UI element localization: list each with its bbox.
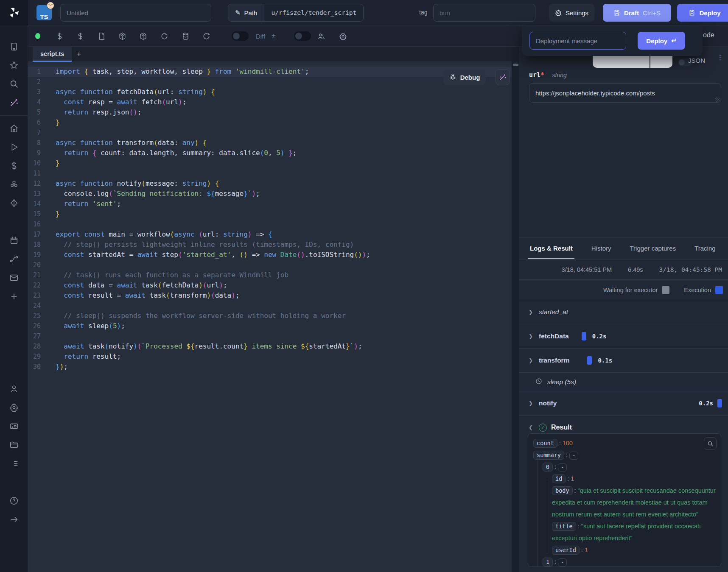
json-row-summary[interactable]: summary : - [533, 449, 716, 461]
workers-icon[interactable] [0, 417, 28, 435]
code-line[interactable]: 27 [28, 331, 512, 341]
code-line[interactable]: 4 const resp = await fetch(url); [28, 97, 512, 107]
home-icon[interactable] [0, 119, 28, 138]
variables-dollar-icon[interactable] [0, 156, 28, 175]
code-line[interactable]: 21 // task() runs each function as a sep… [28, 270, 512, 280]
code-line[interactable]: 3async function fetchData(url: string) { [28, 87, 512, 97]
search-icon[interactable] [0, 75, 28, 93]
code-line[interactable]: 28 await task(notify)(`Processed ${resul… [28, 341, 512, 352]
code-line[interactable]: 5 return resp.json(); [28, 107, 512, 117]
json-row-title[interactable]: title : "sunt aut facere repellat provid… [533, 520, 716, 544]
code-line[interactable]: 8async function transform(data: any) { [28, 138, 512, 148]
help-icon[interactable] [0, 491, 28, 510]
script-file-icon[interactable] [95, 25, 108, 47]
code-line[interactable]: 14 return 'sent'; [28, 199, 512, 209]
json-row-1[interactable]: 1 : - [533, 556, 716, 567]
json-key[interactable]: title [552, 522, 576, 531]
flows-icon[interactable] [0, 250, 28, 268]
path-edit[interactable]: ✎ Path [228, 4, 264, 21]
code-line[interactable]: 26 await sleep(5); [28, 321, 512, 331]
json-key[interactable]: body [552, 486, 573, 495]
assets-diamond-icon[interactable] [0, 194, 28, 212]
tab-script-ts[interactable]: script.ts [33, 47, 72, 62]
code-line[interactable]: 11 [28, 168, 512, 179]
search-result-icon[interactable] [704, 437, 717, 450]
tab-tracing[interactable]: Tracing [694, 245, 715, 252]
tag-input[interactable] [433, 4, 535, 22]
code-line[interactable]: 29 return result; [28, 352, 512, 362]
step-row-fetchdata[interactable]: ❯ fetchData 0.2s [519, 324, 728, 348]
code-line[interactable]: 6} [28, 117, 512, 128]
json-row-0[interactable]: 0 : - [533, 461, 716, 473]
user-icon[interactable] [0, 379, 28, 398]
favorites-star-icon[interactable] [0, 56, 28, 75]
code-line[interactable]: 25 // sleep() suspends the workflow serv… [28, 311, 512, 321]
collapsed-value-indicator[interactable]: - [558, 463, 567, 472]
add-plus-icon[interactable] [0, 287, 28, 306]
audit-logs-icon[interactable] [0, 454, 28, 473]
code-line[interactable]: 18 // step() persists lightweight inline… [28, 240, 512, 250]
run-loop-icon[interactable] [157, 25, 171, 47]
collab-toggle[interactable] [293, 25, 312, 47]
code-line[interactable]: 17export const main = workflow(async (ur… [28, 229, 512, 240]
panel-resize-handle[interactable] [512, 47, 519, 572]
ai-assistant-wand-button[interactable] [496, 69, 510, 85]
editor-scrollbar-thumb[interactable] [513, 64, 518, 66]
step-row-transform[interactable]: ❯ transform 0.1s [519, 348, 728, 372]
add-tab-button[interactable]: + [72, 47, 86, 62]
code-line[interactable]: 12async function notify(message: string)… [28, 179, 512, 189]
workspace-icon[interactable] [0, 37, 28, 56]
json-key[interactable]: id [552, 474, 566, 483]
code-editor[interactable]: 1import { task, step, workflow, sleep } … [28, 62, 512, 572]
collapse-sidebar-arrow-icon[interactable] [0, 510, 28, 529]
code-line[interactable]: 2 [28, 77, 512, 87]
textarea-resize-handle[interactable] [715, 98, 720, 102]
kebab-menu-icon[interactable]: ⋮ [717, 56, 722, 59]
path-control[interactable]: ✎ Path u/rfiszel/tender_script [228, 4, 364, 22]
script-name-input[interactable] [60, 4, 211, 22]
json-key[interactable]: 1 [543, 558, 553, 566]
code-line[interactable]: 13 console.log(`Sending notification: ${… [28, 189, 512, 199]
url-argument-input[interactable] [529, 83, 721, 103]
settings-button[interactable]: Settings [549, 4, 594, 22]
step-row-notify[interactable]: ❯ notify 0.2s [519, 391, 728, 415]
resources-cubes-icon[interactable] [0, 175, 28, 194]
tab-trigger-captures[interactable]: Trigger captures [630, 245, 676, 252]
collapsed-value-indicator[interactable]: - [558, 558, 567, 566]
code-line[interactable]: 20 [28, 260, 512, 270]
editor-settings-gear-icon[interactable] [336, 25, 350, 47]
json-row-userId[interactable]: userId : 1 [533, 544, 716, 556]
refresh-icon[interactable] [199, 25, 213, 47]
collapsed-value-indicator[interactable]: - [569, 452, 578, 460]
package-lock-icon[interactable] [136, 25, 150, 47]
json-key[interactable]: userId [552, 546, 580, 555]
database-icon[interactable] [179, 25, 192, 47]
step-row-started-at[interactable]: ❯ started_at [519, 300, 728, 324]
popup-deploy-button[interactable]: Deploy ↵ [638, 32, 685, 50]
code-line[interactable]: 15} [28, 209, 512, 219]
runs-play-icon[interactable] [0, 138, 28, 156]
code-line[interactable]: 24 [28, 301, 512, 311]
code-line[interactable]: 9 return { count: data.length, summary: … [28, 148, 512, 158]
code-line[interactable]: 23 const result = await task(transform)(… [28, 290, 512, 301]
code-line[interactable]: 7 [28, 128, 512, 138]
windmill-logo[interactable] [0, 0, 28, 25]
package-icon[interactable] [115, 25, 129, 47]
result-json-viewer[interactable]: count : 100summary : -0 : -id : 1body : … [528, 433, 721, 567]
json-row-body[interactable]: body : "quia et suscipit suscipit recusa… [533, 485, 716, 520]
schedules-calendar-icon[interactable] [0, 231, 28, 250]
diff-toggle[interactable] [231, 25, 249, 47]
deployment-message-input[interactable] [529, 32, 626, 50]
json-row-id[interactable]: id : 1 [533, 473, 716, 485]
tab-history[interactable]: History [591, 245, 611, 252]
code-line[interactable]: 19 const startedAt = await step('started… [28, 250, 512, 260]
debug-button[interactable]: Debug [443, 69, 486, 85]
tab-logs-result[interactable]: Logs & Result [530, 245, 573, 252]
json-key[interactable]: 0 [543, 463, 553, 472]
settings-gear-icon[interactable] [0, 398, 28, 417]
code-line[interactable]: 16 [28, 219, 512, 229]
code-line[interactable]: 10} [28, 158, 512, 168]
deploy-button[interactable]: Deploy [677, 4, 728, 22]
folders-icon[interactable] [0, 435, 28, 454]
code-line[interactable]: 1import { task, step, workflow, sleep } … [28, 67, 512, 77]
